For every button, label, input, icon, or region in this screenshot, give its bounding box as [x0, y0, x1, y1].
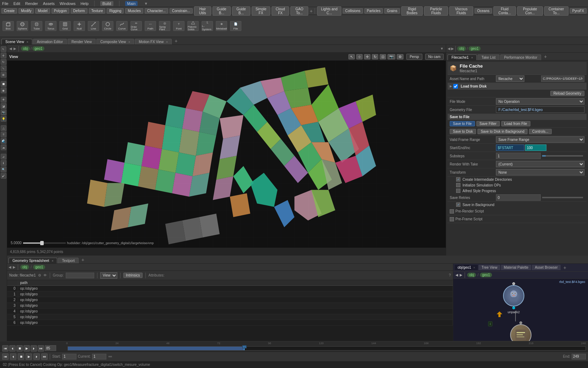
toolbar-muscles[interactable]: Muscles: [125, 8, 143, 14]
toolbar-viscous[interactable]: Viscous Fluids: [449, 6, 474, 16]
tab-take-list[interactable]: Take List: [477, 54, 499, 60]
bottom-tab-add[interactable]: +: [79, 256, 86, 263]
toolbar-create[interactable]: Create: [1, 8, 17, 14]
tab-motion-fx[interactable]: Motion FX View ×: [135, 39, 172, 44]
prop-asset-name-select[interactable]: filecache: [496, 75, 524, 82]
ng-tab-material[interactable]: Material Palette: [501, 265, 531, 270]
tab-filecache[interactable]: Filecache1 ×: [448, 54, 477, 60]
toolbar-container[interactable]: Container To...: [544, 6, 568, 16]
toolbar-rigging[interactable]: Rigging: [107, 8, 124, 14]
tab-render-view[interactable]: Render View: [68, 39, 96, 44]
toolbar-guide-b2[interactable]: Guide B...: [232, 6, 250, 16]
ng-path-geo1[interactable]: geo1: [480, 273, 492, 277]
transport-next[interactable]: ⏵: [31, 345, 37, 352]
toolbar-grains[interactable]: Grains: [384, 8, 400, 14]
sidebar-geo[interactable]: △: [1, 125, 6, 131]
transport-skip-end[interactable]: ⏭: [38, 345, 44, 352]
sidebar-scale[interactable]: ⤡: [1, 65, 6, 71]
viewport-nav-back[interactable]: ◀: [9, 47, 12, 51]
tab-geo-spreadsheet[interactable]: Geometry Spreadsheet ×: [9, 258, 57, 263]
toolbar-character[interactable]: Character...: [145, 8, 168, 14]
toolbar-gao[interactable]: GAO To...: [290, 6, 308, 16]
cb-save-bg[interactable]: [456, 203, 460, 207]
tab-textport[interactable]: Textport: [58, 258, 79, 263]
node-unpack2-input[interactable]: [512, 282, 515, 285]
prop-start-input[interactable]: [496, 144, 524, 151]
timeline-scrubber[interactable]: 85: [68, 346, 586, 351]
toolbar-rigid[interactable]: Rigid Bodies: [401, 6, 423, 16]
sidebar-vis2[interactable]: ◪: [1, 103, 6, 109]
menu-assets[interactable]: Assets: [43, 1, 55, 6]
vp-frame-tool[interactable]: ⊡: [380, 54, 386, 59]
ss-group-input[interactable]: [66, 273, 94, 278]
ss-col-path[interactable]: path: [18, 280, 453, 286]
transport2-skip-end[interactable]: ⏭: [41, 353, 48, 360]
viewport-nav-fwd[interactable]: ▶: [14, 47, 16, 51]
prop-render-take-select[interactable]: (Current): [496, 161, 584, 167]
reload-geometry-btn[interactable]: Reload Geometry: [550, 91, 584, 96]
ss-path-obj[interactable]: obj: [20, 265, 29, 269]
sidebar-cam[interactable]: 📷: [1, 110, 6, 115]
tab-motion-close[interactable]: ×: [166, 40, 168, 44]
sidebar-handle[interactable]: ⊿: [1, 154, 6, 159]
ng-tab-tree[interactable]: Tree View: [479, 265, 500, 270]
transport-stop[interactable]: ⏹: [16, 345, 23, 352]
vp-arrow-tool[interactable]: ↖: [348, 54, 355, 59]
tool-tube[interactable]: Tube: [31, 21, 42, 31]
toolbar-populate[interactable]: Populate Con...: [517, 6, 542, 16]
toolbar-collisions[interactable]: Collisions: [343, 8, 363, 14]
ng-canvas[interactable]: rbd_test.$F4.bgeo: [453, 279, 588, 341]
ng-tab-asset[interactable]: Asset Browser: [532, 265, 560, 270]
render-tab-add[interactable]: +: [542, 53, 549, 60]
sidebar-paint[interactable]: 🖌: [1, 173, 6, 179]
ng-tab-close[interactable]: ×: [473, 266, 475, 269]
controls-btn[interactable]: Controls...: [529, 129, 552, 134]
toolbar-lights[interactable]: Lights and C...: [317, 6, 341, 16]
sidebar-light[interactable]: 💡: [1, 116, 6, 122]
ss-node-eye[interactable]: 👁: [43, 273, 47, 277]
persp-dropdown[interactable]: Persp: [406, 54, 422, 60]
prop-asset-path-input[interactable]: [541, 75, 584, 82]
section-load-from-disk[interactable]: ▶ Load from Disk: [448, 83, 587, 90]
sidebar-vis1[interactable]: 👁: [1, 97, 6, 102]
tool-platonic[interactable]: Platonic Solids: [187, 21, 199, 31]
rp-breadcrumb-geo1[interactable]: geo1: [469, 46, 481, 51]
tool-path[interactable]: ⟝ Path: [145, 21, 156, 31]
cb-create-intermediate[interactable]: [456, 177, 460, 182]
ng-path-obj[interactable]: obj: [467, 273, 476, 277]
tab-animation-editor[interactable]: Animation Editor: [33, 39, 67, 44]
save-filter-btn[interactable]: Save Filter: [476, 121, 500, 126]
transport-end-frame[interactable]: [572, 354, 586, 359]
load-from-file-btn[interactable]: Load from File: [501, 121, 530, 126]
menu-render[interactable]: Render: [25, 1, 38, 6]
vp-camera-tool[interactable]: 📷: [387, 54, 395, 59]
section-save-to-file[interactable]: Save to File: [448, 114, 587, 120]
sidebar-info[interactable]: ℹ: [1, 160, 6, 166]
transport-prev[interactable]: ⏴: [9, 345, 16, 352]
vp-move-tool[interactable]: ✛: [364, 54, 370, 59]
toolbar-more[interactable]: +: [310, 8, 312, 14]
cb-init-sim[interactable]: [456, 183, 460, 187]
breadcrumb-obj[interactable]: obj: [21, 46, 30, 51]
sidebar-rotate[interactable]: ↻: [1, 59, 6, 65]
tool-font[interactable]: T Font: [173, 21, 185, 31]
node-measurefracture[interactable]: Measurefracture_digital1: [503, 321, 538, 341]
cb-pre-render[interactable]: [450, 209, 454, 214]
tool-sphere[interactable]: Sphere: [17, 21, 28, 31]
toolbar-constrain[interactable]: Constrain...: [170, 8, 193, 14]
tab-scene-view-close[interactable]: ×: [26, 40, 28, 44]
ng-tab-obj-geo1[interactable]: obj/geo1 ×: [455, 265, 478, 270]
rp-fwd[interactable]: ▶: [451, 47, 454, 51]
sidebar-zoom[interactable]: 🔍: [1, 167, 6, 172]
save-to-disk-btn[interactable]: Save to Disk: [450, 129, 476, 134]
tool-metaball[interactable]: ⊕ Metaball: [216, 21, 227, 31]
ss-fwd[interactable]: ▶: [13, 265, 16, 269]
transport2-play[interactable]: ▶: [26, 353, 32, 360]
save-disk-bg-btn[interactable]: Save to Disk in Background: [477, 129, 528, 134]
ng-tab-add[interactable]: +: [561, 264, 568, 271]
hud-slider-track[interactable]: [23, 242, 66, 244]
ss-table-content[interactable]: path 0 op:/obj/geo 1 op:/obj/g: [7, 280, 453, 341]
menu-help[interactable]: Help: [80, 1, 89, 6]
prop-file-mode-select[interactable]: No Operation Read Files Write Files: [496, 98, 584, 105]
ss-view-select[interactable]: View: [100, 272, 117, 279]
